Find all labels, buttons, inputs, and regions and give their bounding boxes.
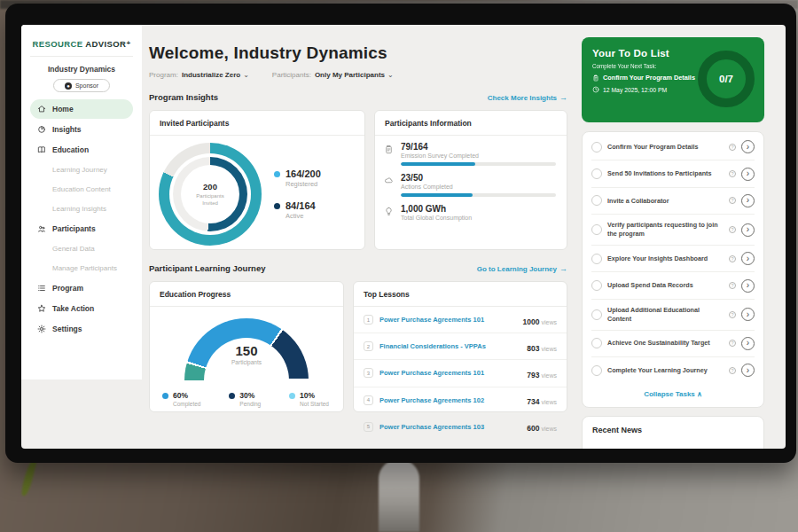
chevron-down-icon: ⌄ — [243, 71, 249, 79]
todo-checkbox[interactable] — [591, 338, 602, 348]
todo-go-button[interactable]: › — [741, 308, 755, 321]
todo-checkbox[interactable] — [591, 365, 602, 376]
participant-info-row: 1,000 GWhTotal Global Consumption — [384, 204, 556, 221]
clipboard-icon — [592, 74, 599, 82]
todo-go-button[interactable]: › — [741, 279, 755, 293]
todo-go-button[interactable]: › — [741, 364, 755, 377]
gauge-center-label: 150 Participants — [184, 343, 309, 365]
sidebar-item-learning-journey[interactable]: Learning Journey — [30, 160, 133, 179]
take-action-icon — [37, 304, 46, 313]
todo-go-button[interactable]: › — [741, 194, 755, 207]
sidebar-item-settings[interactable]: Settings — [30, 319, 133, 339]
info-icon[interactable]: ? — [729, 144, 736, 151]
todo-item: Upload Additional Educational Content ? … — [591, 300, 755, 331]
sidebar-item-education[interactable]: Education — [30, 140, 133, 160]
consumption-icon — [384, 207, 394, 216]
legend-dot — [162, 393, 168, 399]
card-title: Education Progress — [150, 282, 343, 307]
todo-checkbox[interactable] — [591, 254, 602, 264]
dashboard-screen: RESOURCE ADVISOR+ Industry Dynamics ●Spo… — [21, 25, 786, 449]
sidebar-item-general-data[interactable]: General Data — [30, 239, 133, 258]
lesson-row: 3 Power Purchase Agreements 101 793views — [354, 360, 567, 387]
info-icon[interactable]: ? — [729, 255, 736, 262]
todo-item: Achieve One Sustainability Target ? › — [591, 331, 755, 357]
todo-item: Invite a Collaborator ? › — [591, 188, 755, 215]
lesson-rank-badge: 4 — [364, 395, 373, 405]
card-title: Top Lessons — [354, 282, 567, 307]
todo-item: Send 50 Invitations to Participants ? › — [591, 160, 755, 187]
lesson-link[interactable]: Power Purchase Agreements 101 — [379, 316, 517, 324]
todo-item: Upload Spend Data Records ? › — [591, 272, 755, 299]
todo-checkbox[interactable] — [591, 309, 602, 320]
todo-checkbox[interactable] — [591, 195, 602, 206]
recent-news-card: Recent News — [582, 416, 764, 449]
go-to-learning-journey-link[interactable]: Go to Learning Journey→ — [477, 264, 567, 273]
info-icon[interactable]: ? — [729, 197, 736, 204]
info-icon[interactable]: ? — [729, 170, 736, 177]
progress-bar — [401, 162, 556, 166]
sponsor-badge[interactable]: ●Sponsor — [53, 79, 110, 92]
todo-item: Complete Your Learning Journey ? › — [591, 357, 755, 383]
info-icon[interactable]: ? — [729, 282, 736, 289]
info-icon[interactable]: ? — [729, 311, 736, 318]
main-content: Welcome, Industry Dynamics Program:Indus… — [149, 25, 567, 449]
lesson-link[interactable]: Power Purchase Agreements 101 — [379, 369, 520, 377]
todo-summary-card: Your To Do List Complete Your Next Task:… — [582, 37, 764, 122]
todo-go-button[interactable]: › — [741, 223, 755, 237]
sidebar-item-home[interactable]: Home — [30, 99, 133, 119]
lesson-link[interactable]: Power Purchase Agreements 103 — [379, 423, 520, 431]
gauge-legend-item: 30%Pending — [229, 391, 261, 407]
desk-scene: RESOURCE ADVISOR+ Industry Dynamics ●Spo… — [0, 0, 798, 532]
arrow-right-icon: → — [559, 264, 567, 273]
sidebar-item-participants[interactable]: Participants — [30, 219, 133, 239]
emission-survey-icon — [384, 145, 394, 154]
sponsor-icon: ● — [65, 82, 72, 90]
todo-go-button[interactable]: › — [741, 252, 755, 265]
sidebar-item-education-content[interactable]: Education Content — [30, 180, 133, 199]
donut-legend: 164/200Registered 84/164Active — [274, 168, 321, 220]
todo-checkbox[interactable] — [591, 142, 602, 153]
donut-legend-item: 84/164Active — [274, 200, 321, 220]
lesson-link[interactable]: Financial Considerations - VPPAs — [379, 342, 520, 350]
todo-go-button[interactable]: › — [741, 337, 755, 350]
participants-select[interactable]: Participants:Only My Participants⌄ — [272, 71, 394, 79]
sidebar-item-program[interactable]: Program — [30, 278, 133, 298]
sidebar-item-learning-insights[interactable]: Learning Insights — [30, 200, 133, 218]
lesson-row: 5 Power Purchase Agreements 103 600views — [354, 414, 567, 440]
clock-icon — [592, 86, 599, 93]
monitor-stand — [379, 459, 419, 532]
section-title-learning-journey: Participant Learning Journey — [149, 263, 265, 273]
todo-checkbox[interactable] — [591, 168, 602, 179]
sidebar-item-manage-participants[interactable]: Manage Participants — [30, 259, 133, 278]
lesson-link[interactable]: Power Purchase Agreements 102 — [379, 396, 520, 404]
program-select[interactable]: Program:Industrialize Zero⌄ — [149, 71, 249, 79]
education-progress-card: Education Progress 150 Participants 60%C… — [149, 281, 344, 412]
education-progress-gauge-chart: 150 Participants — [184, 318, 309, 380]
todo-checkbox[interactable] — [591, 280, 602, 291]
todo-go-button[interactable]: › — [741, 140, 755, 153]
check-more-insights-link[interactable]: Check More Insights→ — [488, 93, 567, 102]
sidebar-item-insights[interactable]: Insights — [30, 120, 133, 139]
education-book-icon — [37, 145, 46, 154]
todo-go-button[interactable]: › — [741, 168, 755, 181]
insights-pie-icon — [37, 125, 46, 134]
lesson-row: 4 Power Purchase Agreements 102 734views — [354, 387, 567, 414]
gauge-legend-item: 10%Not Started — [289, 391, 329, 407]
todo-progress-ring: 0/7 — [698, 51, 755, 107]
todo-list: Confirm Your Program Details ? › Send 50… — [591, 134, 755, 383]
info-icon[interactable]: ? — [729, 340, 736, 347]
arrow-right-icon: → — [559, 93, 567, 102]
sidebar-nav: HomeInsightsEducationLearning JourneyEdu… — [30, 99, 133, 339]
sidebar-item-take-action[interactable]: Take Action — [30, 299, 133, 318]
info-icon[interactable]: ? — [729, 226, 736, 233]
card-title: Invited Participants — [150, 111, 364, 136]
collapse-tasks-link[interactable]: Collapse Tasks ∧ — [591, 383, 755, 403]
top-lessons-list: 1 Power Purchase Agreements 101 1000view… — [354, 307, 567, 440]
legend-dot — [289, 393, 295, 399]
todo-checkbox[interactable] — [591, 224, 602, 235]
participants-info-rows: 79/164Emission Survey Completed23/50Acti… — [375, 136, 567, 221]
todo-list-card: Confirm Your Program Details ? › Send 50… — [582, 131, 764, 408]
recent-news-title: Recent News — [592, 426, 754, 434]
info-icon[interactable]: ? — [729, 367, 736, 374]
gauge-legend: 60%Completed 30%Pending 10%Not Started — [150, 380, 343, 407]
